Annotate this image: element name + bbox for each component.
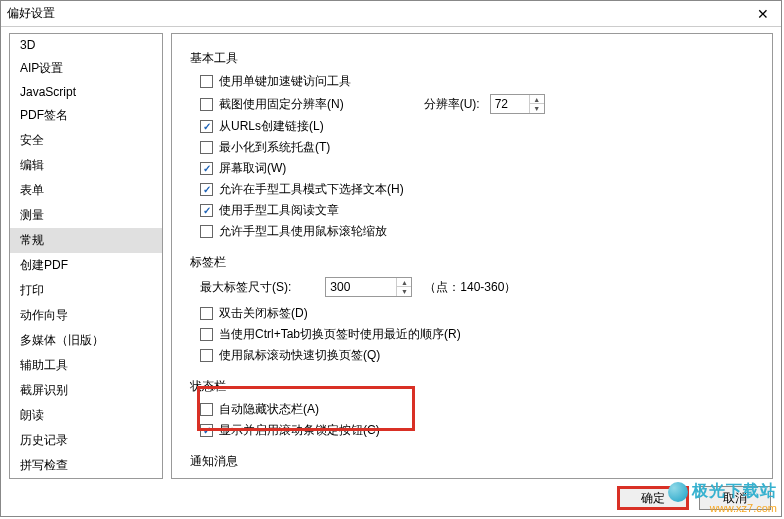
sidebar-item[interactable]: 截屏识别: [10, 378, 162, 403]
resolution-spinner[interactable]: ▲ ▼: [490, 94, 545, 114]
label-minimize-tray: 最小化到系统托盘(T): [219, 139, 330, 156]
checkbox-create-links[interactable]: [200, 120, 213, 133]
sidebar-item[interactable]: JavaScript: [10, 81, 162, 103]
label-max-tab-size: 最大标签尺寸(S):: [200, 279, 291, 296]
resolution-input[interactable]: [491, 95, 529, 113]
spinner-down-icon[interactable]: ▼: [530, 104, 544, 113]
label-dblclick-close: 双击关闭标签(D): [219, 305, 308, 322]
checkbox-hand-zoom[interactable]: [200, 225, 213, 238]
section-basic-tools: 基本工具: [190, 50, 754, 67]
label-hand-read: 使用手型工具阅读文章: [219, 202, 339, 219]
section-status: 状态栏: [190, 378, 754, 395]
checkbox-autohide-status[interactable]: [200, 403, 213, 416]
checkbox-scroll-tab[interactable]: [200, 349, 213, 362]
spinner-buttons: ▲ ▼: [396, 278, 411, 296]
sidebar-item[interactable]: 拼写检查: [10, 453, 162, 478]
label-single-key: 使用单键加速键访问工具: [219, 73, 351, 90]
checkbox-ctrl-tab[interactable]: [200, 328, 213, 341]
cancel-button[interactable]: 取消: [699, 486, 771, 510]
checkbox-hand-select[interactable]: [200, 183, 213, 196]
settings-panel: 基本工具 使用单键加速键访问工具 截图使用固定分辨率(N) 分辨率(U): ▲ …: [171, 33, 773, 479]
label-ctrl-tab: 当使用Ctrl+Tab切换页签时使用最近的顺序(R): [219, 326, 461, 343]
label-create-links: 从URLs创建链接(L): [219, 118, 324, 135]
checkbox-minimize-tray[interactable]: [200, 141, 213, 154]
spinner-up-icon[interactable]: ▲: [530, 95, 544, 104]
label-screen-word: 屏幕取词(W): [219, 160, 286, 177]
checkbox-hand-read[interactable]: [200, 204, 213, 217]
checkbox-single-key[interactable]: [200, 75, 213, 88]
spinner-up-icon[interactable]: ▲: [397, 278, 411, 287]
sidebar-item[interactable]: 创建PDF: [10, 253, 162, 278]
titlebar: 偏好设置 ✕: [1, 1, 781, 27]
sidebar-item[interactable]: AIP设置: [10, 56, 162, 81]
sidebar-item[interactable]: PDF签名: [10, 103, 162, 128]
label-scroll-tab: 使用鼠标滚动快速切换页签(Q): [219, 347, 380, 364]
checkbox-fixed-res[interactable]: [200, 98, 213, 111]
max-tab-input[interactable]: [326, 278, 396, 296]
checkbox-show-lock[interactable]: [200, 424, 213, 437]
checkbox-dblclick-close[interactable]: [200, 307, 213, 320]
sidebar-item[interactable]: 朗读: [10, 403, 162, 428]
category-sidebar[interactable]: 3DAIP设置JavaScriptPDF签名安全编辑表单测量常规创建PDF打印动…: [9, 33, 163, 479]
dialog-footer: 确定 取消: [617, 486, 771, 510]
label-hand-zoom: 允许手型工具使用鼠标滚轮缩放: [219, 223, 387, 240]
label-autohide-status: 自动隐藏状态栏(A): [219, 401, 319, 418]
label-hand-select: 允许在手型工具模式下选择文本(H): [219, 181, 404, 198]
label-show-lock: 显示并启用滚动条锁定按钮(C): [219, 422, 380, 439]
preferences-window: 偏好设置 ✕ 3DAIP设置JavaScriptPDF签名安全编辑表单测量常规创…: [0, 0, 782, 517]
spinner-buttons: ▲ ▼: [529, 95, 544, 113]
sidebar-item[interactable]: 打印: [10, 278, 162, 303]
section-notify: 通知消息: [190, 453, 754, 470]
sidebar-item[interactable]: 辅助工具: [10, 353, 162, 378]
spinner-down-icon[interactable]: ▼: [397, 287, 411, 296]
checkbox-screen-word[interactable]: [200, 162, 213, 175]
sidebar-item[interactable]: 表单: [10, 178, 162, 203]
label-fixed-res: 截图使用固定分辨率(N): [219, 96, 344, 113]
sidebar-item[interactable]: 平板: [10, 478, 162, 479]
sidebar-item[interactable]: 安全: [10, 128, 162, 153]
sidebar-item[interactable]: 编辑: [10, 153, 162, 178]
sidebar-item[interactable]: 3D: [10, 34, 162, 56]
label-resolution: 分辨率(U):: [424, 96, 480, 113]
label-tab-size-hint: （点：140-360）: [424, 279, 516, 296]
close-icon[interactable]: ✕: [751, 6, 775, 22]
window-title: 偏好设置: [7, 5, 55, 22]
sidebar-item[interactable]: 测量: [10, 203, 162, 228]
sidebar-item[interactable]: 动作向导: [10, 303, 162, 328]
max-tab-spinner[interactable]: ▲ ▼: [325, 277, 412, 297]
section-tabs: 标签栏: [190, 254, 754, 271]
sidebar-item[interactable]: 多媒体（旧版）: [10, 328, 162, 353]
sidebar-item[interactable]: 常规: [10, 228, 162, 253]
ok-button[interactable]: 确定: [617, 486, 689, 510]
sidebar-item[interactable]: 历史记录: [10, 428, 162, 453]
